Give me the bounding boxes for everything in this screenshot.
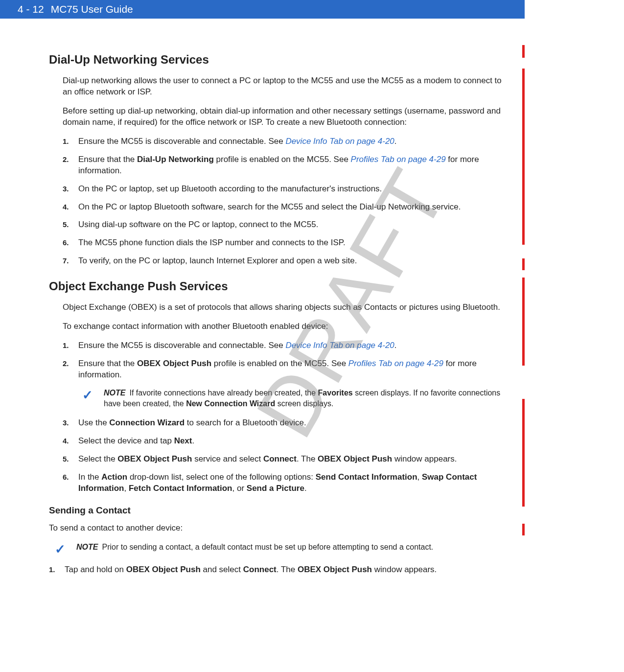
list-item: 1. Ensure the MC55 is discoverable and c… — [63, 136, 510, 147]
document-page: 4 - 12 MC75 User Guide DRAFT Dial-Up Net… — [0, 0, 525, 622]
list-text: On the PC or laptop, set up Bluetooth ac… — [78, 184, 510, 195]
checkmark-icon: ✓ — [55, 542, 68, 556]
list-item: 1. Ensure the MC55 is discoverable and c… — [63, 340, 510, 351]
paragraph: Dial-up networking allows the user to co… — [63, 75, 510, 98]
list-number: 1. — [63, 340, 71, 351]
change-bar — [522, 399, 525, 507]
list-number: 7. — [63, 255, 71, 267]
note-callout: ✓ NOTEPrior to sending a contact, a defa… — [55, 542, 510, 556]
list-number: 2. — [63, 358, 71, 381]
note-text: NOTEIf favorite connections have already… — [104, 388, 510, 409]
page-content: Dial-Up Networking Services Dial-up netw… — [0, 19, 525, 576]
change-bar — [522, 278, 525, 366]
ordered-list: 1.Tap and hold on OBEX Object Push and s… — [49, 564, 510, 576]
list-text: Using dial-up software on the PC or lapt… — [78, 219, 510, 231]
list-number: 3. — [63, 417, 71, 429]
list-text: Ensure that the OBEX Object Push profile… — [78, 358, 510, 381]
list-text: On the PC or laptop Bluetooth software, … — [78, 202, 510, 213]
list-number: 4. — [63, 436, 71, 447]
list-item: 3.Use the Connection Wizard to search fo… — [63, 417, 510, 429]
paragraph: To send a contact to another device: — [49, 523, 510, 534]
cross-ref-link[interactable]: Profiles Tab on page 4-29 — [351, 155, 446, 164]
list-item: 3.On the PC or laptop, set up Bluetooth … — [63, 184, 510, 195]
list-text: Select the device and tap Next. — [78, 436, 510, 447]
list-item: 5.Select the OBEX Object Push service an… — [63, 454, 510, 465]
section-heading-dialup: Dial-Up Networking Services — [49, 53, 510, 67]
list-text: Ensure the MC55 is discoverable and conn… — [78, 340, 510, 351]
list-number: 2. — [63, 154, 71, 177]
list-item: 4.Select the device and tap Next. — [63, 436, 510, 447]
note-text: NOTEPrior to sending a contact, a defaul… — [76, 542, 510, 556]
paragraph: To exchange contact information with ano… — [63, 321, 510, 332]
list-item: 7.To verify, on the PC or laptop, launch… — [63, 255, 510, 267]
note-callout: ✓ NOTEIf favorite connections have alrea… — [82, 388, 510, 409]
change-bar — [522, 45, 525, 58]
list-item: 2. Ensure that the Dial-Up Networking pr… — [63, 154, 510, 177]
list-number: 1. — [63, 136, 71, 147]
list-item: 6.In the Action drop-down list, select o… — [63, 472, 510, 494]
list-text: In the Action drop-down list, select one… — [78, 472, 510, 494]
subsection-heading-sending-contact: Sending a Contact — [49, 505, 510, 516]
paragraph: Object Exchange (OBEX) is a set of proto… — [63, 302, 510, 313]
list-number: 1. — [49, 564, 58, 576]
list-item: 5.Using dial-up software on the PC or la… — [63, 219, 510, 231]
page-number: 4 - 12 — [18, 3, 44, 15]
change-bar — [522, 69, 525, 245]
list-text: Ensure the MC55 is discoverable and conn… — [78, 136, 510, 147]
change-bar — [522, 258, 525, 270]
list-number: 3. — [63, 184, 71, 195]
list-item: 4.On the PC or laptop Bluetooth software… — [63, 202, 510, 213]
guide-title: MC75 User Guide — [51, 3, 133, 15]
ordered-list: 1. Ensure the MC55 is discoverable and c… — [63, 136, 510, 267]
list-text: Tap and hold on OBEX Object Push and sel… — [65, 564, 510, 576]
page-header: 4 - 12 MC75 User Guide — [0, 0, 525, 19]
section-heading-obex: Object Exchange Push Services — [49, 279, 510, 293]
ordered-list: 1. Ensure the MC55 is discoverable and c… — [63, 340, 510, 494]
list-text: Ensure that the Dial-Up Networking profi… — [78, 154, 510, 177]
cross-ref-link[interactable]: Profiles Tab on page 4-29 — [348, 359, 443, 368]
list-text: Use the Connection Wizard to search for … — [78, 417, 510, 429]
checkmark-icon: ✓ — [82, 388, 95, 409]
list-item: 2. Ensure that the OBEX Object Push prof… — [63, 358, 510, 381]
list-number: 5. — [63, 219, 71, 231]
paragraph: Before setting up dial-up networking, ob… — [63, 106, 510, 128]
cross-ref-link[interactable]: Device Info Tab on page 4-20 — [285, 341, 394, 350]
list-number: 4. — [63, 202, 71, 213]
list-text: Select the OBEX Object Push service and … — [78, 454, 510, 465]
list-text: The MC55 phone function dials the ISP nu… — [78, 237, 510, 249]
list-number: 6. — [63, 237, 71, 249]
change-bar — [522, 524, 525, 535]
list-text: To verify, on the PC or laptop, launch I… — [78, 255, 510, 267]
list-item: 6.The MC55 phone function dials the ISP … — [63, 237, 510, 249]
cross-ref-link[interactable]: Device Info Tab on page 4-20 — [285, 137, 394, 146]
list-number: 6. — [63, 472, 71, 494]
list-item: 1.Tap and hold on OBEX Object Push and s… — [49, 564, 510, 576]
header-title: 4 - 12 MC75 User Guide — [18, 3, 133, 15]
list-number: 5. — [63, 454, 71, 465]
